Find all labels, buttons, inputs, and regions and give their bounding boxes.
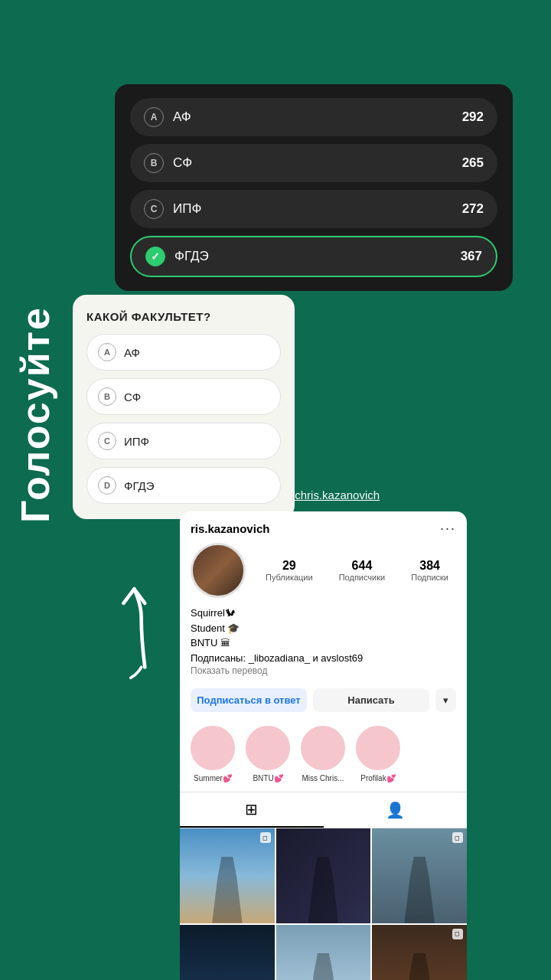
poll-count-c: 272 [462,201,484,217]
highlight-profilak[interactable]: Profilak💕 [356,726,400,782]
tagged-icon: 👤 [386,801,405,819]
poll-question-title: КАКОЙ ФАКУЛЬТЕТ? [86,310,281,323]
option-letter-b: B [98,387,116,406]
poll-results-card: A АФ 292 B СФ 265 C ИПФ 272 ✓ ФГДЭ 367 [115,84,513,291]
stat-posts[interactable]: 29 Публикации [266,559,313,582]
grid-cell-5[interactable] [276,925,371,980]
highlight-circle-miss-chris [301,726,345,770]
stat-following-num: 384 [419,559,440,573]
insta-photo-grid: ◻ ◻ ◻ [180,828,467,980]
highlight-circle-profilak [356,726,400,770]
highlight-circle-bntu [246,726,290,770]
grid-cell-6[interactable]: ◻ [372,925,467,980]
poll-letter-a: A [144,107,164,127]
poll-option-a[interactable]: A АФ [86,334,281,371]
stat-followers-label: Подписчики [339,573,386,582]
poll-letter-b: B [144,153,164,173]
highlight-bntu[interactable]: BNTU💕 [246,726,290,782]
tab-grid[interactable]: ⊞ [180,792,324,828]
grid-indicator-1: ◻ [260,832,271,843]
poll-letter-d-check: ✓ [145,247,165,266]
instagram-profile-card: ris.kazanovich ··· 29 Публикации 644 Под… [180,511,467,980]
bio-translate-link[interactable]: Показать перевод [191,665,456,676]
insta-bio: Squirrel🐿 Student 🎓 BNTU 🏛 Подписаны: _l… [180,606,467,682]
poll-question-card: КАКОЙ ФАКУЛЬТЕТ? A АФ B СФ C ИПФ D ФГДЭ [73,295,295,519]
insta-tabs: ⊞ 👤 [180,792,467,828]
poll-count-d: 367 [461,249,482,264]
grid-icon: ⊞ [245,800,258,818]
insta-action-buttons: Подписаться в ответ Написать ▾ [180,682,467,720]
follow-button[interactable]: Подписаться в ответ [191,688,307,712]
option-text-b: СФ [124,390,141,403]
poll-count-a: 292 [462,109,484,125]
insta-options-icon[interactable]: ··· [440,521,456,537]
insta-header: ris.kazanovich ··· [180,511,467,543]
highlight-label-profilak: Profilak💕 [360,774,395,782]
stat-followers[interactable]: 644 Подписчики [339,559,386,582]
highlight-label-summer: Summer💕 [194,774,232,782]
insta-highlights: Summer💕 BNTU💕 Miss Chris... Profilak💕 [180,720,467,792]
highlight-circle-summer [191,726,235,770]
poll-result-d-winner: ✓ ФГДЭ 367 [130,236,497,277]
stat-following-label: Подписки [411,573,448,582]
grid-cell-4[interactable] [180,925,275,980]
poll-result-b: B СФ 265 [130,144,497,182]
poll-count-b: 265 [462,155,484,171]
bio-line-3: BNTU 🏛 [191,635,456,651]
option-letter-d: D [98,476,116,495]
poll-label-c: ИПФ [173,201,201,217]
bio-line-2: Student 🎓 [191,621,456,636]
grid-cell-2[interactable] [276,828,371,923]
avatar [191,543,246,598]
username-mention[interactable]: @chris.kazanovich [283,488,380,501]
grid-indicator-6: ◻ [452,929,463,939]
poll-label-d: ФГДЭ [174,249,209,264]
option-letter-c: C [98,432,116,450]
grid-cell-3[interactable]: ◻ [372,828,467,923]
stat-following[interactable]: 384 Подписки [411,559,448,582]
poll-option-b[interactable]: B СФ [86,378,281,415]
bio-line-4: Подписаны: _libozadiana_ и avslost69 [191,651,456,666]
poll-option-d[interactable]: D ФГДЭ [86,467,281,504]
option-text-d: ФГДЭ [124,479,154,492]
option-text-a: АФ [124,346,140,359]
insta-profile-row: 29 Публикации 644 Подписчики 384 Подписк… [180,543,467,606]
stat-posts-num: 29 [282,559,296,573]
highlight-label-bntu: BNTU💕 [253,774,282,782]
highlight-summer[interactable]: Summer💕 [191,726,235,782]
stat-posts-label: Публикации [266,573,313,582]
option-letter-a: A [98,343,116,361]
arrow-decoration [99,582,176,684]
insta-username: ris.kazanovich [191,522,269,535]
poll-result-a: A АФ 292 [130,98,497,136]
poll-label-a: АФ [173,109,191,125]
tab-tagged[interactable]: 👤 [324,792,468,828]
message-button[interactable]: Написать [313,688,429,712]
insta-stats: 29 Публикации 644 Подписчики 384 Подписк… [258,559,456,582]
poll-result-c: C ИПФ 272 [130,190,497,228]
stat-followers-num: 644 [352,559,373,573]
bio-line-1: Squirrel🐿 [191,606,456,621]
grid-indicator-3: ◻ [452,832,463,843]
more-options-button[interactable]: ▾ [435,688,456,712]
highlight-label-miss-chris: Miss Chris... [302,774,344,782]
highlight-miss-chris[interactable]: Miss Chris... [301,726,345,782]
poll-label-b: СФ [173,155,192,171]
vote-cta-text: Голосуйте [15,306,55,523]
grid-cell-1[interactable]: ◻ [180,828,275,923]
poll-letter-c: C [144,199,164,219]
poll-option-c[interactable]: C ИПФ [86,423,281,459]
option-text-c: ИПФ [124,435,149,448]
